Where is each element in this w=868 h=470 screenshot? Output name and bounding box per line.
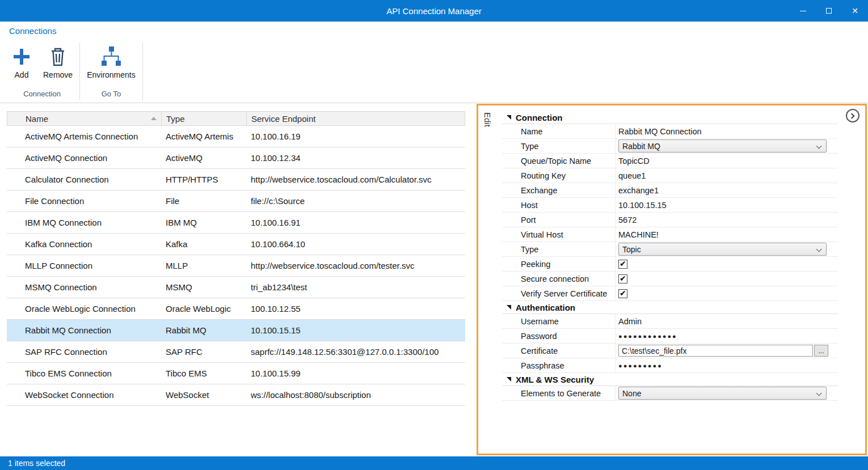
table-row[interactable]: ActiveMQ Artemis ConnectionActiveMQ Arte… — [7, 126, 465, 147]
cell-type: MLLP — [161, 261, 246, 270]
browse-button[interactable]: ... — [814, 345, 828, 357]
ribbon-group-goto: Environments Go To — [81, 40, 141, 103]
peeking-checkbox[interactable]: ✔ — [618, 260, 627, 269]
field-label: Exchange — [502, 183, 616, 197]
add-button[interactable]: Add — [6, 43, 37, 81]
table-row[interactable]: Calculator ConnectionHTTP/HTTPShttp://we… — [7, 169, 465, 190]
remove-button[interactable]: Remove — [37, 43, 78, 81]
cell-endpoint: 10.100.16.19 — [246, 132, 465, 141]
environments-button[interactable]: Environments — [81, 43, 141, 81]
column-header-type[interactable]: Type — [162, 112, 247, 125]
verify-server-certificate-checkbox[interactable]: ✔ — [618, 289, 627, 298]
window-title: API Connection Manager — [0, 6, 868, 16]
table-row[interactable]: MSMQ ConnectionMSMQtri_ab1234\test — [7, 277, 465, 298]
cell-endpoint: 10.100.15.99 — [246, 369, 465, 378]
passphrase-masked-value[interactable]: ●●●●●●●●● — [618, 362, 663, 369]
type-dropdown[interactable]: Topic — [618, 243, 827, 256]
sitemap-icon — [99, 44, 123, 69]
host-value[interactable]: 10.100.15.15 — [618, 201, 667, 210]
minimize-icon — [800, 11, 806, 11]
section-title: Connection — [516, 113, 563, 122]
cell-name: WebSocket Connection — [7, 390, 161, 400]
field-label: Password — [502, 329, 616, 343]
field-label: Passphrase — [502, 358, 616, 372]
table-row[interactable]: IBM MQ ConnectionIBM MQ10.100.16.91 — [7, 212, 465, 234]
elements-to-generate-dropdown[interactable]: None — [618, 387, 827, 400]
field-label: Port — [502, 213, 616, 227]
field-value: C:\test\sec_file.pfx... — [616, 344, 838, 358]
group-label-connection: Connection — [6, 87, 78, 103]
cell-endpoint: http://webservice.toscacloud.com/Calcula… — [246, 175, 465, 184]
edit-panel-tab[interactable]: Edit — [483, 112, 492, 127]
section-header-authentication[interactable]: Authentication — [502, 301, 838, 314]
status-bar: 1 items selected — [0, 456, 868, 470]
cell-type: Kafka — [161, 239, 246, 249]
minimize-button[interactable] — [790, 0, 816, 22]
section-header-xml-ws-security[interactable]: XML & WS Security — [502, 373, 838, 386]
queue-topic-name-value[interactable]: TopicCD — [618, 156, 650, 166]
port-value[interactable]: 5672 — [618, 215, 637, 225]
table-row[interactable]: Kafka ConnectionKafka10.100.664.10 — [7, 234, 465, 255]
field-row-verify-server-certificate: Verify Server Certificate✔ — [502, 286, 838, 301]
field-row-routing-key: Routing Keyqueue1 — [502, 168, 838, 183]
field-row-peeking: Peeking✔ — [502, 257, 838, 272]
table-row[interactable]: Rabbit MQ ConnectionRabbit MQ10.100.15.1… — [7, 320, 465, 341]
tab-connections[interactable]: Connections — [9, 26, 56, 36]
table-row[interactable]: WebSocket ConnectionWebSocketws://localh… — [7, 384, 465, 406]
field-value: Admin — [616, 314, 838, 328]
cell-type: Rabbit MQ — [161, 325, 246, 335]
virtual-host-value[interactable]: MACHINE! — [618, 230, 659, 239]
field-value: 10.100.15.15 — [616, 198, 838, 212]
password-masked-value[interactable]: ●●●●●●●●●●●● — [618, 333, 677, 340]
certificate-input[interactable]: C:\test\sec_file.pfx — [618, 345, 813, 357]
cell-type: ActiveMQ — [161, 153, 246, 163]
close-button[interactable]: ✕ — [842, 0, 868, 22]
field-label: Elements to Generate — [502, 386, 616, 400]
cell-name: File Connection — [7, 196, 161, 206]
field-row-type: TypeRabbit MQ — [502, 139, 838, 154]
field-row-elements-to-generate: Elements to GenerateNone — [502, 386, 838, 401]
table-row[interactable]: Oracle WebLogic ConnectionOracle WebLogi… — [7, 298, 465, 320]
secure-connection-checkbox[interactable]: ✔ — [618, 274, 627, 283]
cell-endpoint: file://c:\Source — [246, 196, 465, 206]
type-dropdown[interactable]: Rabbit MQ — [618, 139, 827, 153]
name-value[interactable]: Rabbit MQ Connection — [618, 127, 702, 136]
main-area: Name Type Service Endpoint ActiveMQ Arte… — [0, 103, 868, 456]
username-value[interactable]: Admin — [618, 317, 642, 326]
section-header-connection[interactable]: Connection — [502, 111, 838, 124]
cell-endpoint: 10.100.15.15 — [246, 325, 465, 335]
checkmark-icon: ✔ — [620, 259, 626, 269]
maximize-button[interactable] — [816, 0, 842, 22]
table-row[interactable]: MLLP ConnectionMLLPhttp://webservice.tos… — [7, 255, 465, 277]
column-header-endpoint[interactable]: Service Endpoint — [247, 112, 465, 125]
table-row[interactable]: Tibco EMS ConnectionTibco EMS10.100.15.9… — [7, 363, 465, 384]
status-text: 1 items selected — [8, 459, 65, 468]
table-header-row: Name Type Service Endpoint — [7, 111, 465, 126]
field-label: Virtual Host — [502, 227, 616, 242]
section-title: XML & WS Security — [516, 375, 594, 384]
cell-type: SAP RFC — [161, 347, 246, 357]
field-value: None — [616, 386, 838, 400]
field-value: TopicCD — [616, 154, 838, 168]
field-row-username: UsernameAdmin — [502, 314, 838, 329]
table-row[interactable]: SAP RFC ConnectionSAP RFCsaprfc://149.14… — [7, 341, 465, 363]
cell-type: HTTP/HTTPS — [161, 175, 246, 184]
field-value: ✔ — [616, 286, 838, 300]
routing-key-value[interactable]: queue1 — [618, 171, 646, 180]
checkmark-icon: ✔ — [620, 274, 626, 283]
column-header-name[interactable]: Name — [7, 112, 162, 125]
cell-name: Rabbit MQ Connection — [7, 325, 161, 335]
table-row[interactable]: File ConnectionFilefile://c:\Source — [7, 190, 465, 212]
field-row-passphrase: Passphrase●●●●●●●●● — [502, 358, 838, 373]
collapse-panel-button[interactable] — [846, 109, 859, 122]
cell-endpoint: 100.10.12.55 — [246, 304, 465, 314]
cell-name: Calculator Connection — [7, 175, 161, 184]
title-bar: API Connection Manager ✕ — [0, 0, 868, 22]
exchange-value[interactable]: exchange1 — [618, 186, 659, 195]
field-label: Peeking — [502, 257, 616, 271]
cell-name: MSMQ Connection — [7, 282, 161, 292]
table-row[interactable]: ActiveMQ ConnectionActiveMQ10.100.12.34 — [7, 147, 465, 169]
field-label: Certificate — [502, 344, 616, 358]
cell-name: ActiveMQ Artemis Connection — [7, 132, 161, 141]
field-label: Username — [502, 314, 616, 328]
